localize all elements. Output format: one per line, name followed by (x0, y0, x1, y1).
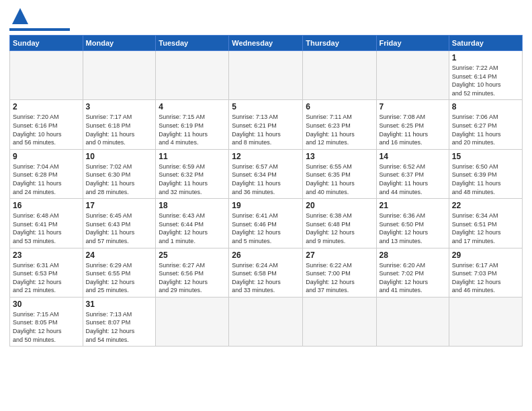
calendar-cell: 21Sunrise: 6:36 AM Sunset: 6:50 PM Dayli… (376, 199, 449, 248)
day-info: Sunrise: 6:17 AM Sunset: 7:03 PM Dayligh… (452, 261, 519, 295)
day-number: 13 (306, 152, 373, 161)
calendar-cell: 20Sunrise: 6:38 AM Sunset: 6:48 PM Dayli… (303, 199, 376, 248)
day-number: 28 (380, 250, 446, 260)
calendar-cell (229, 51, 303, 100)
day-number: 25 (159, 250, 226, 260)
day-number: 26 (232, 250, 300, 260)
col-sunday: Sunday (10, 36, 83, 51)
day-info: Sunrise: 6:22 AM Sunset: 7:00 PM Dayligh… (306, 261, 373, 295)
calendar-cell: 28Sunrise: 6:20 AM Sunset: 7:02 PM Dayli… (376, 248, 449, 297)
day-info: Sunrise: 6:27 AM Sunset: 6:56 PM Dayligh… (159, 261, 226, 295)
calendar-table: Sunday Monday Tuesday Wednesday Thursday… (9, 35, 523, 347)
day-info: Sunrise: 7:08 AM Sunset: 6:25 PM Dayligh… (380, 113, 446, 146)
calendar-cell: 8Sunrise: 7:06 AM Sunset: 6:27 PM Daylig… (449, 100, 522, 149)
calendar-cell: 13Sunrise: 6:55 AM Sunset: 6:35 PM Dayli… (303, 149, 376, 198)
day-info: Sunrise: 7:13 AM Sunset: 6:21 PM Dayligh… (232, 113, 300, 146)
day-info: Sunrise: 6:48 AM Sunset: 6:41 PM Dayligh… (13, 212, 80, 245)
col-monday: Monday (83, 36, 156, 51)
day-number: 9 (13, 152, 80, 161)
calendar-cell (449, 297, 522, 346)
calendar-cell (376, 51, 449, 100)
day-number: 4 (159, 102, 226, 111)
calendar-cell: 4Sunrise: 7:15 AM Sunset: 6:19 PM Daylig… (156, 100, 229, 149)
day-info: Sunrise: 6:50 AM Sunset: 6:39 PM Dayligh… (452, 163, 519, 196)
day-info: Sunrise: 6:45 AM Sunset: 6:43 PM Dayligh… (86, 212, 153, 245)
day-info: Sunrise: 7:11 AM Sunset: 6:23 PM Dayligh… (306, 113, 373, 146)
calendar-cell: 31Sunrise: 7:13 AM Sunset: 8:07 PM Dayli… (83, 297, 156, 346)
calendar-body: 1Sunrise: 7:22 AM Sunset: 6:14 PM Daylig… (10, 51, 523, 347)
calendar-cell (376, 297, 449, 346)
day-number: 14 (380, 152, 446, 161)
calendar-cell: 11Sunrise: 6:59 AM Sunset: 6:32 PM Dayli… (156, 149, 229, 198)
day-info: Sunrise: 6:34 AM Sunset: 6:51 PM Dayligh… (452, 212, 519, 245)
day-number: 27 (306, 250, 373, 260)
day-info: Sunrise: 7:02 AM Sunset: 6:30 PM Dayligh… (86, 163, 153, 196)
col-friday: Friday (376, 36, 449, 51)
calendar-cell: 5Sunrise: 7:13 AM Sunset: 6:21 PM Daylig… (229, 100, 303, 149)
day-info: Sunrise: 7:13 AM Sunset: 8:07 PM Dayligh… (86, 310, 153, 344)
day-info: Sunrise: 7:22 AM Sunset: 6:14 PM Dayligh… (452, 64, 519, 97)
logo (9, 7, 70, 31)
calendar-cell: 29Sunrise: 6:17 AM Sunset: 7:03 PM Dayli… (449, 248, 522, 297)
calendar-cell: 9Sunrise: 7:04 AM Sunset: 6:28 PM Daylig… (10, 149, 83, 198)
day-number: 10 (86, 152, 153, 161)
day-number: 11 (159, 152, 226, 161)
day-number: 19 (232, 201, 300, 210)
day-number: 8 (452, 102, 519, 111)
day-info: Sunrise: 6:38 AM Sunset: 6:48 PM Dayligh… (306, 212, 373, 245)
calendar-cell: 12Sunrise: 6:57 AM Sunset: 6:34 PM Dayli… (229, 149, 303, 198)
calendar-cell: 14Sunrise: 6:52 AM Sunset: 6:37 PM Dayli… (376, 149, 449, 198)
day-number: 23 (13, 250, 80, 260)
col-thursday: Thursday (303, 36, 376, 51)
calendar-cell: 22Sunrise: 6:34 AM Sunset: 6:51 PM Dayli… (449, 199, 522, 248)
day-info: Sunrise: 6:24 AM Sunset: 6:58 PM Dayligh… (232, 261, 300, 295)
calendar-cell: 6Sunrise: 7:11 AM Sunset: 6:23 PM Daylig… (303, 100, 376, 149)
day-info: Sunrise: 7:20 AM Sunset: 6:16 PM Dayligh… (13, 113, 80, 146)
logo-bar (9, 28, 70, 31)
calendar-header: Sunday Monday Tuesday Wednesday Thursday… (10, 36, 523, 51)
calendar-cell (156, 297, 229, 346)
calendar-cell (10, 51, 83, 100)
page: Sunday Monday Tuesday Wednesday Thursday… (0, 0, 532, 411)
calendar-cell: 3Sunrise: 7:17 AM Sunset: 6:18 PM Daylig… (83, 100, 156, 149)
calendar-cell (229, 297, 303, 346)
day-number: 21 (380, 201, 446, 210)
calendar-cell: 27Sunrise: 6:22 AM Sunset: 7:00 PM Dayli… (303, 248, 376, 297)
day-number: 2 (13, 102, 80, 111)
day-number: 3 (86, 102, 153, 111)
calendar-cell: 18Sunrise: 6:43 AM Sunset: 6:44 PM Dayli… (156, 199, 229, 248)
day-info: Sunrise: 7:15 AM Sunset: 6:19 PM Dayligh… (159, 113, 226, 146)
calendar-cell: 1Sunrise: 7:22 AM Sunset: 6:14 PM Daylig… (449, 51, 522, 100)
day-info: Sunrise: 7:17 AM Sunset: 6:18 PM Dayligh… (86, 113, 153, 146)
col-wednesday: Wednesday (229, 36, 303, 51)
day-info: Sunrise: 6:52 AM Sunset: 6:37 PM Dayligh… (380, 163, 446, 196)
calendar-cell: 7Sunrise: 7:08 AM Sunset: 6:25 PM Daylig… (376, 100, 449, 149)
day-number: 12 (232, 152, 300, 161)
day-number: 16 (13, 201, 80, 210)
logo-icon (11, 7, 30, 26)
day-info: Sunrise: 6:59 AM Sunset: 6:32 PM Dayligh… (159, 163, 226, 196)
day-info: Sunrise: 6:20 AM Sunset: 7:02 PM Dayligh… (380, 261, 446, 295)
calendar-cell (303, 297, 376, 346)
day-info: Sunrise: 6:57 AM Sunset: 6:34 PM Dayligh… (232, 163, 300, 196)
calendar-cell: 25Sunrise: 6:27 AM Sunset: 6:56 PM Dayli… (156, 248, 229, 297)
calendar-cell (303, 51, 376, 100)
calendar-cell: 30Sunrise: 7:15 AM Sunset: 8:05 PM Dayli… (10, 297, 83, 346)
day-info: Sunrise: 7:06 AM Sunset: 6:27 PM Dayligh… (452, 113, 519, 146)
day-number: 24 (86, 250, 153, 260)
day-number: 7 (380, 102, 446, 111)
day-number: 30 (13, 300, 80, 309)
day-number: 18 (159, 201, 226, 210)
calendar-cell: 24Sunrise: 6:29 AM Sunset: 6:55 PM Dayli… (83, 248, 156, 297)
day-info: Sunrise: 6:43 AM Sunset: 6:44 PM Dayligh… (159, 212, 226, 245)
day-number: 6 (306, 102, 373, 111)
day-number: 5 (232, 102, 300, 111)
day-info: Sunrise: 7:15 AM Sunset: 8:05 PM Dayligh… (13, 310, 80, 344)
day-number: 31 (86, 300, 153, 309)
calendar-cell: 2Sunrise: 7:20 AM Sunset: 6:16 PM Daylig… (10, 100, 83, 149)
day-number: 15 (452, 152, 519, 161)
day-info: Sunrise: 7:04 AM Sunset: 6:28 PM Dayligh… (13, 163, 80, 196)
header (9, 7, 523, 31)
calendar-cell: 10Sunrise: 7:02 AM Sunset: 6:30 PM Dayli… (83, 149, 156, 198)
calendar-cell: 17Sunrise: 6:45 AM Sunset: 6:43 PM Dayli… (83, 199, 156, 248)
